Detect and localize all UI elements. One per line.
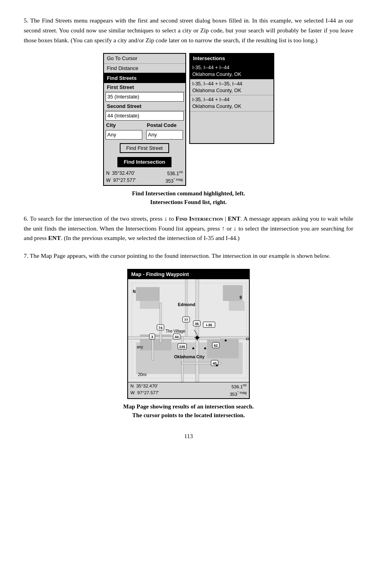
- svg-text:N: N: [133, 289, 136, 294]
- map-coord-row: N 35°32.470' W 97°27.577' 536.1mi 353° m…: [128, 382, 249, 398]
- svg-point-49: [192, 347, 194, 349]
- coord-w: W 97°27.577': [106, 177, 136, 184]
- paragraph-2: 6. To search for the intersection of the…: [24, 214, 353, 243]
- menu-item-go-to-cursor[interactable]: Go To Cursor: [104, 54, 185, 64]
- caption-1-line2: Intersections Found list, right.: [24, 198, 353, 207]
- second-street-label: Second Street: [104, 102, 185, 111]
- caption-1-line1: Find Intersection command highlighted, l…: [24, 189, 353, 198]
- city-label: City: [106, 121, 142, 129]
- svg-rect-11: [196, 279, 199, 382]
- caption-1: Find Intersection command highlighted, l…: [24, 189, 353, 207]
- page-number: 113: [24, 432, 353, 441]
- intersections-panel: Intersections I-35, I--44 + I--44 Oklaho…: [189, 53, 274, 144]
- bearing: 353° mag: [166, 177, 183, 185]
- svg-text:74: 74: [158, 326, 162, 330]
- intersection-item-1[interactable]: I-35, I--44 + I--44 Oklahoma County, OK: [190, 63, 273, 79]
- postal-input[interactable]: Any: [146, 130, 183, 140]
- svg-text:77: 77: [184, 318, 188, 322]
- map-distance: 536.1mi: [230, 383, 247, 390]
- find-streets-title: Find Streets: [104, 74, 185, 83]
- int-item-3-line1: I-35, I--44 + I--44: [192, 96, 271, 103]
- svg-text:3: 3: [151, 335, 153, 339]
- map-image: 77 74 35 I-35 44 3: [128, 279, 249, 382]
- svg-text:9: 9: [239, 295, 242, 300]
- int-item-2-line2: Oklahoma County, OK: [192, 87, 271, 94]
- first-street-input[interactable]: 35 (Interstate): [106, 92, 184, 102]
- svg-text:The Village: The Village: [166, 329, 185, 333]
- svg-point-50: [204, 347, 206, 349]
- svg-rect-15: [181, 337, 183, 382]
- map-box: Map - Finding Waypoint: [127, 269, 250, 399]
- svg-rect-16: [197, 338, 221, 340]
- map-bearing: 353° mag: [230, 390, 247, 398]
- svg-text:20mi: 20mi: [138, 372, 147, 377]
- map-coord-n: N 35°32.470': [130, 383, 159, 389]
- int-item-2-line1: I-35, I--44 + I--35, I--44: [192, 81, 271, 87]
- svg-rect-14: [160, 303, 162, 342]
- find-first-street-button[interactable]: Find First Street: [120, 143, 169, 153]
- svg-point-51: [225, 339, 227, 341]
- svg-text:Edmond: Edmond: [178, 302, 195, 307]
- int-item-1-line1: I-35, I--44 + I--44: [192, 64, 271, 71]
- map-coords-nw: N 35°32.470' W 97°27.577': [130, 383, 159, 398]
- svg-text:62: 62: [214, 344, 218, 348]
- second-street-input[interactable]: 44 (Interstate): [106, 111, 184, 121]
- svg-rect-5: [229, 301, 245, 311]
- svg-point-52: [216, 364, 218, 366]
- find-intersection-button[interactable]: Find Intersection: [117, 157, 172, 167]
- coord-nw: N 35°32.470' W 97°27.577': [106, 170, 136, 185]
- map-svg: 77 74 35 I-35 44 3: [128, 279, 249, 382]
- keyword-ent-2: ENT: [48, 234, 61, 241]
- map-coord-w: W 97°27.577': [130, 389, 159, 396]
- svg-text:Oklahoma City: Oklahoma City: [174, 354, 205, 359]
- ui-panels: Go To Cursor Find Distance Find Streets …: [103, 53, 274, 186]
- svg-rect-8: [207, 338, 239, 358]
- caption-2-line2: The cursor points to the located interse…: [24, 411, 353, 420]
- find-streets-dialog: Go To Cursor Find Distance Find Streets …: [103, 53, 186, 186]
- distance: 536.1mi: [166, 170, 183, 177]
- svg-text:44: 44: [175, 335, 179, 339]
- menu-item-find-distance[interactable]: Find Distance: [104, 64, 185, 74]
- caption-2-line1: Map Page showing results of an intersect…: [24, 402, 353, 411]
- postal-code-label: Postal Code: [147, 121, 183, 129]
- coord-n: N 35°32.470': [106, 170, 136, 177]
- city-input[interactable]: Any: [106, 130, 142, 140]
- first-street-label: First Street: [104, 83, 185, 92]
- city-postal-row: City Postal Code: [104, 121, 185, 130]
- svg-text:I-35: I-35: [206, 323, 212, 327]
- caption-2: Map Page showing results of an intersect…: [24, 402, 353, 420]
- svg-text:35: 35: [195, 322, 199, 326]
- map-dist-bearing: 536.1mi 353° mag: [230, 383, 247, 398]
- coords-row: N 35°32.470' W 97°27.577' 536.1mi 353° m…: [104, 169, 185, 185]
- int-item-1-line2: Oklahoma County, OK: [192, 71, 271, 78]
- intersection-item-3[interactable]: I-35, I--44 + I--44 Oklahoma County, OK: [190, 95, 273, 112]
- paragraph-3: 7. The Map Page appears, with the cursor…: [24, 251, 353, 261]
- find-intersection-btn-row: Find Intersection: [104, 155, 185, 169]
- svg-rect-3: [140, 301, 160, 309]
- svg-text:CI: CI: [246, 337, 249, 341]
- paragraph-1: 5. The Find Streets menu reappears with …: [24, 16, 353, 45]
- city-postal-values: Any Any: [104, 129, 185, 141]
- svg-rect-18: [152, 337, 154, 360]
- svg-rect-13: [185, 279, 187, 337]
- coord-dist-bearing: 536.1mi 353° mag: [166, 170, 183, 185]
- svg-rect-2: [136, 287, 160, 301]
- intersections-empty: [190, 112, 273, 143]
- map-container: Map - Finding Waypoint: [24, 269, 353, 399]
- map-title: Map - Finding Waypoint: [128, 270, 249, 279]
- svg-text:235: 235: [179, 345, 185, 349]
- intersections-title: Intersections: [190, 54, 273, 63]
- keyword-find-intersection: Find Intersection: [175, 215, 223, 222]
- keyword-ent-1: ENT: [228, 215, 241, 222]
- svg-text:any: any: [137, 345, 143, 349]
- int-item-3-line2: Oklahoma County, OK: [192, 103, 271, 110]
- svg-text:40: 40: [213, 361, 217, 365]
- screenshot-area: Go To Cursor Find Distance Find Streets …: [24, 53, 353, 186]
- intersection-item-2[interactable]: I-35, I--44 + I--35, I--44 Oklahoma Coun…: [190, 79, 273, 96]
- find-first-street-btn-row: Find First Street: [104, 141, 185, 155]
